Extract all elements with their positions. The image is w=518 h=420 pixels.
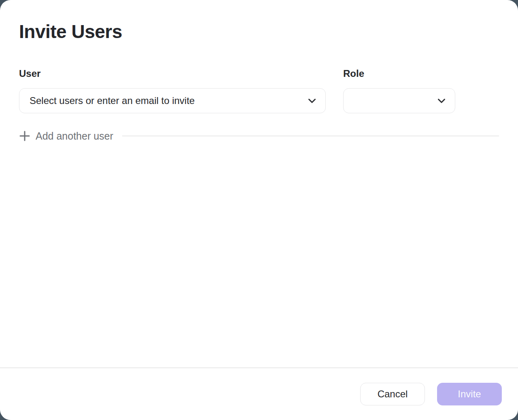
chevron-down-icon <box>437 98 446 104</box>
plus-icon <box>19 130 30 142</box>
add-another-user-label: Add another user <box>36 130 113 142</box>
invite-users-modal: Invite Users User Select users or enter … <box>0 0 518 420</box>
cancel-button[interactable]: Cancel <box>360 383 425 405</box>
user-select-value: Select users or enter an email to invite <box>30 95 195 106</box>
user-field: User Select users or enter an email to i… <box>19 68 326 113</box>
role-field: Role <box>343 68 455 113</box>
user-field-label: User <box>19 68 326 79</box>
invite-button[interactable]: Invite <box>437 383 502 405</box>
modal-title: Invite Users <box>19 21 499 42</box>
add-another-user-row: Add another user <box>19 130 499 142</box>
modal-body: Invite Users User Select users or enter … <box>0 0 518 367</box>
role-select[interactable] <box>343 88 455 113</box>
modal-footer: Cancel Invite <box>0 367 518 420</box>
horizontal-divider <box>122 136 499 136</box>
chevron-down-icon <box>308 98 316 104</box>
invite-form-row: User Select users or enter an email to i… <box>19 68 499 113</box>
user-select[interactable]: Select users or enter an email to invite <box>19 88 326 113</box>
add-another-user-button[interactable]: Add another user <box>19 130 113 142</box>
role-field-label: Role <box>343 68 455 79</box>
